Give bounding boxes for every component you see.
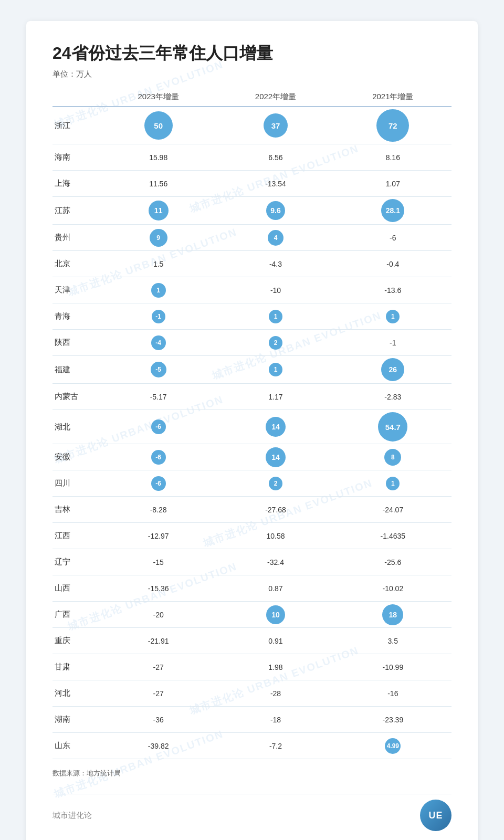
row-label: 海南 bbox=[52, 152, 100, 162]
data-cell: 3.5 bbox=[334, 637, 452, 645]
row-label: 浙江 bbox=[52, 121, 100, 131]
table-row: 湖北-61454.7 bbox=[52, 410, 452, 444]
table-header: 2023年增量 2022年增量 2021年增量 bbox=[52, 92, 452, 107]
data-cell: 2 bbox=[217, 336, 334, 350]
plain-value: -1.4635 bbox=[381, 532, 405, 540]
table-row: 安徽-6148 bbox=[52, 444, 452, 470]
data-cell: -6 bbox=[100, 476, 217, 491]
data-cell: 1.5 bbox=[100, 260, 217, 268]
plain-value: -6 bbox=[390, 234, 396, 242]
table-row: 上海11.56-13.541.07 bbox=[52, 171, 452, 197]
plain-value: -18 bbox=[270, 716, 281, 724]
data-source: 数据来源：地方统计局 bbox=[52, 769, 452, 778]
col-header-2022: 2022年增量 bbox=[217, 92, 334, 102]
data-cell: 11.56 bbox=[100, 180, 217, 188]
plain-value: -20 bbox=[153, 611, 164, 619]
plain-value: -13.6 bbox=[384, 286, 401, 295]
data-cell: -6 bbox=[100, 419, 217, 434]
plain-value: 1.17 bbox=[268, 393, 282, 401]
plain-value: 8.16 bbox=[386, 153, 400, 162]
data-cell: -24.07 bbox=[334, 506, 452, 514]
table-row: 青海-111 bbox=[52, 303, 452, 330]
data-cell: -10.99 bbox=[334, 663, 452, 671]
bubble-value: -4 bbox=[151, 335, 166, 350]
row-label: 辽宁 bbox=[52, 557, 100, 567]
bubble-value: 2 bbox=[269, 477, 282, 490]
plain-value: -15 bbox=[153, 558, 164, 566]
data-cell: 14 bbox=[217, 417, 334, 437]
table-row: 北京1.5-4.3-0.4 bbox=[52, 251, 452, 277]
ue-logo: UE bbox=[420, 800, 452, 831]
table-row: 贵州94-6 bbox=[52, 225, 452, 251]
data-cell: 1.17 bbox=[217, 393, 334, 401]
table-row: 吉林-8.28-27.68-24.07 bbox=[52, 497, 452, 523]
data-cell: 1.98 bbox=[217, 663, 334, 671]
bubble-value: 37 bbox=[264, 113, 288, 138]
data-cell: 4 bbox=[217, 230, 334, 246]
data-cell: -28 bbox=[217, 689, 334, 698]
row-label: 北京 bbox=[52, 259, 100, 269]
bubble-value: 4 bbox=[268, 230, 284, 246]
bubble-value: 18 bbox=[382, 604, 403, 625]
data-cell: -12.97 bbox=[100, 532, 217, 540]
data-cell: 1 bbox=[334, 310, 452, 323]
data-cell: 28.1 bbox=[334, 199, 452, 222]
plain-value: -7.2 bbox=[269, 742, 282, 750]
row-label: 四川 bbox=[52, 478, 100, 488]
data-cell: -27.68 bbox=[217, 506, 334, 514]
table-row: 江苏119.628.1 bbox=[52, 197, 452, 225]
bubble-value: 2 bbox=[269, 336, 282, 350]
data-cell: 9.6 bbox=[217, 201, 334, 220]
plain-value: 1.98 bbox=[268, 663, 282, 671]
row-label: 湖北 bbox=[52, 422, 100, 432]
bubble-value: -5 bbox=[151, 362, 166, 377]
plain-value: -25.6 bbox=[384, 558, 401, 566]
data-cell: 37 bbox=[217, 113, 334, 138]
plain-value: -0.4 bbox=[386, 260, 399, 268]
row-label: 山西 bbox=[52, 583, 100, 593]
main-card: 城市进化论 URBAN EVOLUTION城市进化论 URBAN EVOLUTI… bbox=[26, 21, 478, 840]
plain-value: 0.87 bbox=[268, 584, 282, 593]
plain-value: -10 bbox=[270, 286, 281, 295]
plain-value: -10.02 bbox=[382, 584, 403, 593]
data-cell: -1 bbox=[334, 339, 452, 347]
col-header-2023: 2023年增量 bbox=[100, 92, 217, 102]
table-row: 广西-201018 bbox=[52, 602, 452, 628]
data-cell: 8 bbox=[334, 449, 452, 466]
bubble-value: 1 bbox=[269, 363, 282, 376]
plain-value: 10.58 bbox=[266, 532, 285, 540]
data-cell: 26 bbox=[334, 358, 452, 381]
bubble-value: 14 bbox=[266, 447, 286, 467]
data-cell: 6.56 bbox=[217, 153, 334, 162]
plain-value: 11.56 bbox=[149, 180, 167, 188]
bubble-value: 1 bbox=[386, 310, 400, 323]
bubble-value: 1 bbox=[386, 477, 400, 490]
bubble-value: 26 bbox=[381, 358, 404, 381]
data-cell: 1 bbox=[217, 363, 334, 376]
row-label: 重庆 bbox=[52, 636, 100, 646]
bubble-value: 4.99 bbox=[385, 738, 401, 754]
data-cell: 50 bbox=[100, 111, 217, 140]
bubble-value: 1 bbox=[151, 283, 166, 298]
row-label: 江苏 bbox=[52, 206, 100, 216]
data-cell: -8.28 bbox=[100, 506, 217, 514]
data-cell: -13.54 bbox=[217, 180, 334, 188]
plain-value: -4.3 bbox=[269, 260, 282, 268]
bubble-value: 1 bbox=[269, 310, 282, 323]
table-row: 山西-15.360.87-10.02 bbox=[52, 575, 452, 602]
plain-value: -8.28 bbox=[150, 506, 167, 514]
plain-value: -27 bbox=[153, 663, 164, 671]
data-cell: -27 bbox=[100, 689, 217, 698]
data-cell: -0.4 bbox=[334, 260, 452, 268]
data-cell: -18 bbox=[217, 716, 334, 724]
data-cell: -6 bbox=[100, 450, 217, 465]
row-label: 安徽 bbox=[52, 452, 100, 462]
plain-value: 6.56 bbox=[268, 153, 282, 162]
table-row: 重庆-21.910.913.5 bbox=[52, 628, 452, 654]
plain-value: 3.5 bbox=[388, 637, 398, 645]
bubble-value: 9 bbox=[150, 229, 167, 247]
row-label: 天津 bbox=[52, 285, 100, 295]
row-label: 河北 bbox=[52, 688, 100, 698]
data-cell: -10 bbox=[217, 286, 334, 295]
table-row: 海南15.986.568.16 bbox=[52, 144, 452, 171]
